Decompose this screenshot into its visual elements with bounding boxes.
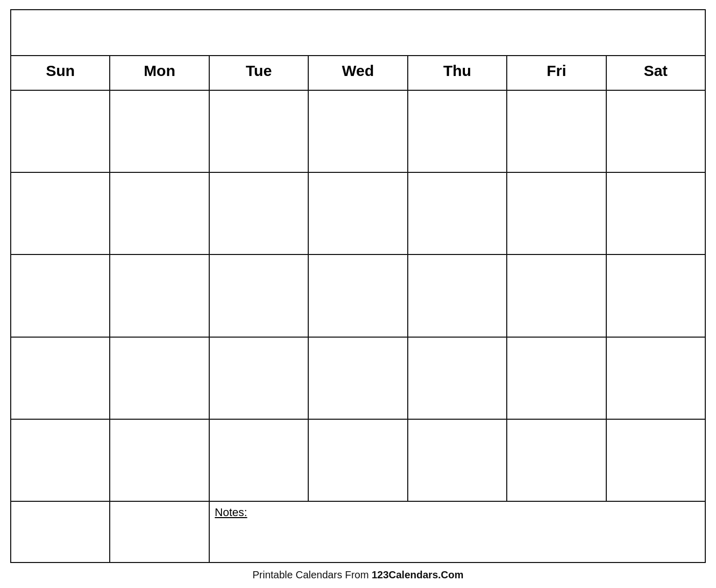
- cell-3-tue: [209, 254, 308, 337]
- calendar-wrapper: Sun Mon Tue Wed Thu Fri Sat: [10, 9, 706, 563]
- cell-3-thu: [408, 254, 507, 337]
- cell-4-sun: [11, 337, 110, 419]
- cell-3-sat: [606, 254, 705, 337]
- title-row: [11, 10, 705, 56]
- calendar-title: [11, 10, 705, 56]
- cell-2-wed: [308, 172, 407, 254]
- cell-4-thu: [408, 337, 507, 419]
- cell-2-tue: [209, 172, 308, 254]
- cell-2-sun: [11, 172, 110, 254]
- cell-4-tue: [209, 337, 308, 419]
- notes-cell-sun: [11, 501, 110, 563]
- cell-4-sat: [606, 337, 705, 419]
- cell-1-sun: [11, 90, 110, 172]
- cell-4-wed: [308, 337, 407, 419]
- cell-5-fri: [507, 419, 606, 501]
- cell-4-mon: [110, 337, 209, 419]
- cell-1-tue: [209, 90, 308, 172]
- cell-5-wed: [308, 419, 407, 501]
- cell-3-sun: [11, 254, 110, 337]
- cell-5-sat: [606, 419, 705, 501]
- notes-row: Notes:: [11, 501, 705, 563]
- cell-5-mon: [110, 419, 209, 501]
- notes-label: Notes:: [215, 506, 248, 519]
- cell-1-sat: [606, 90, 705, 172]
- cell-1-wed: [308, 90, 407, 172]
- cell-2-fri: [507, 172, 606, 254]
- calendar-table: Sun Mon Tue Wed Thu Fri Sat: [10, 9, 706, 563]
- cell-2-mon: [110, 172, 209, 254]
- cell-2-sat: [606, 172, 705, 254]
- footer: Printable Calendars From 123Calendars.Co…: [253, 563, 464, 583]
- header-tue: Tue: [209, 56, 308, 90]
- notes-content-cell: Notes:: [209, 501, 705, 563]
- week-row-3: [11, 254, 705, 337]
- header-thu: Thu: [408, 56, 507, 90]
- cell-1-mon: [110, 90, 209, 172]
- week-row-4: [11, 337, 705, 419]
- footer-text-bold: 123Calendars.Com: [372, 569, 463, 580]
- notes-cell-mon: [110, 501, 209, 563]
- header-mon: Mon: [110, 56, 209, 90]
- cell-5-tue: [209, 419, 308, 501]
- week-row-1: [11, 90, 705, 172]
- footer-text-normal: Printable Calendars From: [253, 569, 372, 580]
- cell-1-fri: [507, 90, 606, 172]
- week-row-2: [11, 172, 705, 254]
- header-sun: Sun: [11, 56, 110, 90]
- header-fri: Fri: [507, 56, 606, 90]
- cell-2-thu: [408, 172, 507, 254]
- cell-5-sun: [11, 419, 110, 501]
- header-sat: Sat: [606, 56, 705, 90]
- week-row-5: [11, 419, 705, 501]
- cell-3-wed: [308, 254, 407, 337]
- days-header-row: Sun Mon Tue Wed Thu Fri Sat: [11, 56, 705, 90]
- cell-5-thu: [408, 419, 507, 501]
- cell-4-fri: [507, 337, 606, 419]
- cell-1-thu: [408, 90, 507, 172]
- cell-3-fri: [507, 254, 606, 337]
- cell-3-mon: [110, 254, 209, 337]
- header-wed: Wed: [308, 56, 407, 90]
